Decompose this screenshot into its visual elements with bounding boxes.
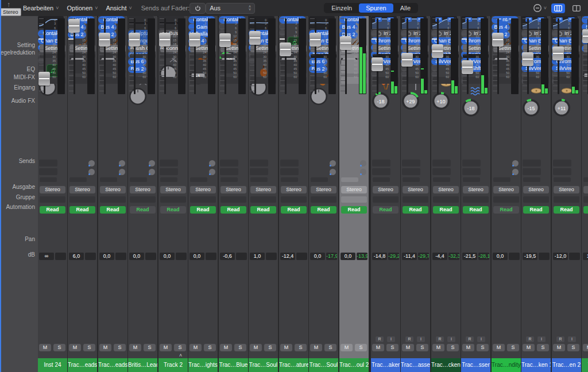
record-enable-button[interactable]: R xyxy=(436,336,444,342)
fader-cap[interactable] xyxy=(219,33,231,47)
volume-db-value[interactable]: 0,0 xyxy=(310,253,325,260)
output-button[interactable]: Stereo xyxy=(130,186,156,193)
automation-mode-button[interactable]: Read xyxy=(341,206,367,214)
segment-spuren[interactable]: Spuren xyxy=(359,3,393,13)
group-slot[interactable] xyxy=(69,196,95,203)
track-name-tab[interactable]: Britis…Lead xyxy=(128,358,157,372)
track-name-tab[interactable]: Trac…eads xyxy=(68,358,97,372)
mute-button[interactable]: M xyxy=(462,344,474,351)
send-slot-empty[interactable] xyxy=(250,168,268,175)
output-button[interactable]: Stereo xyxy=(583,186,588,193)
mute-button[interactable]: M xyxy=(280,344,292,351)
volume-db-value[interactable]: 1,0 xyxy=(583,253,588,260)
send-slot-empty[interactable] xyxy=(432,168,451,175)
fader-cap[interactable] xyxy=(189,33,200,46)
pan-knob[interactable]: +29 xyxy=(401,91,420,111)
output-button[interactable]: Stereo xyxy=(554,186,579,193)
send-slot-empty[interactable] xyxy=(39,168,57,175)
sends-on-fader-select[interactable]: Aus ˄˅ xyxy=(206,3,255,14)
automation-mode-button[interactable]: Read xyxy=(190,206,216,214)
solo-button[interactable]: S xyxy=(355,344,367,351)
track-name-tab[interactable]: Track 2 xyxy=(158,358,188,372)
track-name-tab[interactable]: Trac…ights xyxy=(188,358,218,372)
volume-db-value[interactable]: -21,5 xyxy=(462,253,477,260)
output-button[interactable]: Stereo xyxy=(160,186,186,193)
send-slot-small[interactable] xyxy=(554,177,571,182)
track-name-tab[interactable]: Trac…Soul xyxy=(309,358,338,372)
group-slot[interactable] xyxy=(341,196,367,203)
track-name-tab[interactable]: Trac…cken xyxy=(431,358,461,372)
output-button[interactable]: Stereo xyxy=(433,186,459,193)
pan-knob[interactable]: -15 xyxy=(521,98,541,118)
automation-mode-button[interactable]: Read xyxy=(373,206,399,214)
scroll-up-button[interactable]: ↑ xyxy=(7,1,10,9)
output-button[interactable]: Stereo xyxy=(190,186,216,193)
send-slot-empty[interactable] xyxy=(250,160,268,166)
send-slot-small[interactable] xyxy=(341,177,358,182)
automation-mode-button[interactable]: Read xyxy=(523,206,549,214)
group-slot[interactable] xyxy=(493,196,519,203)
mute-button[interactable]: M xyxy=(39,344,51,351)
mute-button[interactable]: M xyxy=(553,344,565,351)
output-button[interactable]: Stereo xyxy=(463,186,489,193)
fader-cap[interactable] xyxy=(372,57,383,71)
send-level-knob[interactable] xyxy=(360,160,366,166)
output-button[interactable]: Stereo xyxy=(523,186,549,193)
automation-mode-button[interactable]: Read xyxy=(250,206,276,214)
send-level-knob[interactable] xyxy=(330,160,336,166)
send-slot-small[interactable] xyxy=(69,177,87,182)
send-level-knob[interactable] xyxy=(360,169,366,175)
send-slot-empty[interactable] xyxy=(372,168,390,175)
solo-button[interactable]: S xyxy=(174,344,186,351)
solo-button[interactable]: S xyxy=(507,344,519,351)
send-level-knob[interactable] xyxy=(512,160,519,166)
track-name-tab[interactable]: Trac…ken 1 xyxy=(521,358,551,372)
automation-mode-button[interactable]: Read xyxy=(493,206,519,214)
solo-button[interactable]: S xyxy=(114,344,126,351)
mute-button[interactable]: M xyxy=(250,344,262,351)
send-level-knob[interactable] xyxy=(149,160,155,166)
volume-db-value[interactable]: -0,6 xyxy=(220,253,235,260)
fader-cap[interactable] xyxy=(159,33,171,46)
group-slot[interactable] xyxy=(100,196,126,203)
pan-knob[interactable]: -18 xyxy=(371,91,390,111)
volume-db-value[interactable]: -12,0 xyxy=(553,253,568,260)
volume-db-value[interactable]: 0,0 xyxy=(341,253,355,260)
solo-button[interactable]: S xyxy=(537,344,549,351)
mute-button[interactable]: M xyxy=(341,344,353,351)
output-button[interactable]: Stereo xyxy=(373,186,399,193)
fader-cap[interactable] xyxy=(522,52,533,66)
send-slot-empty[interactable] xyxy=(432,160,451,166)
solo-button[interactable]: S xyxy=(264,344,276,351)
group-slot[interactable] xyxy=(463,196,489,203)
automation-mode-button[interactable]: Read xyxy=(281,206,307,214)
send-level-knob[interactable] xyxy=(88,160,95,166)
automation-mode-button[interactable]: Read xyxy=(220,206,246,214)
input-monitor-button[interactable]: I xyxy=(568,336,576,342)
solo-button[interactable]: S xyxy=(83,344,95,351)
group-slot[interactable] xyxy=(190,196,216,203)
send-slot-empty[interactable] xyxy=(220,168,238,175)
fader-cap[interactable] xyxy=(38,72,50,86)
send-level-knob[interactable] xyxy=(88,169,95,175)
volume-db-value[interactable]: -12,4 xyxy=(280,253,295,260)
send-slot-small[interactable] xyxy=(583,177,588,182)
pan-knob[interactable]: +11 xyxy=(552,98,571,118)
volume-db-value[interactable]: 6,0 xyxy=(69,253,84,260)
solo-button[interactable]: S xyxy=(204,344,216,351)
record-enable-button[interactable]: R xyxy=(466,336,474,342)
track-name-tab[interactable]: Inst 24 xyxy=(38,358,67,372)
group-slot[interactable] xyxy=(40,196,65,203)
fader-cap[interactable] xyxy=(249,31,261,45)
fader-cap[interactable] xyxy=(552,46,564,60)
input-monitor-button[interactable]: I xyxy=(447,336,455,342)
send-level-knob[interactable] xyxy=(119,169,125,175)
track-name-tab[interactable]: Trac…oul 2 xyxy=(339,358,369,372)
solo-button[interactable]: S xyxy=(144,344,156,351)
segment-alle[interactable]: Alle xyxy=(393,3,417,13)
output-button[interactable]: Stereo xyxy=(341,186,367,193)
volume-db-value[interactable]: 1,0 xyxy=(250,253,265,260)
fader-cap[interactable] xyxy=(340,36,351,50)
volume-db-value[interactable]: 0,0 xyxy=(99,253,114,260)
automation-mode-button[interactable]: Read xyxy=(69,206,95,214)
